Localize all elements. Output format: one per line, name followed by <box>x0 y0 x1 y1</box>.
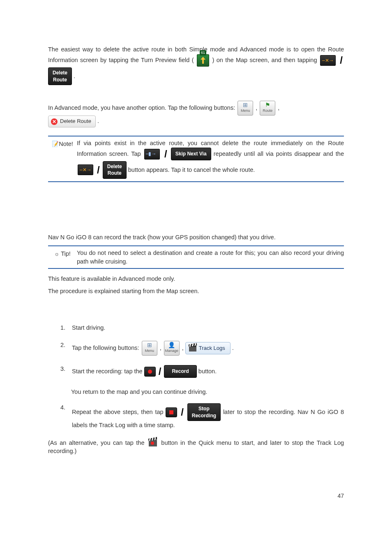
note-body: If via points exist in the active route,… <box>77 139 344 179</box>
x-circle-icon: ✕ <box>51 118 58 125</box>
text: button appears. Tap it to cancel the who… <box>128 166 255 173</box>
step-1: 1. Start driving. <box>60 324 344 332</box>
tip-label: ☼ Tip! <box>48 249 77 266</box>
text: button. <box>198 368 217 375</box>
availability-note: This feature is available in Advanced mo… <box>48 275 344 283</box>
slash-separator: / <box>181 405 184 419</box>
delete-route-paragraph-2: In Advanced mode, you have another optio… <box>48 101 344 127</box>
step-number: 4. <box>60 403 72 430</box>
delete-route-pill: ✕Delete Route <box>48 116 96 127</box>
delete-route-paragraph-1: The easiest way to delete the active rou… <box>48 45 344 85</box>
menu-label: Menu <box>142 349 157 353</box>
track-logs-pill: Track Logs <box>185 342 231 354</box>
step-text: Tap the following buttons: ⊞ Menu , 👤 Ma… <box>72 341 344 356</box>
text: . <box>74 73 75 79</box>
tip-label-text: Tip! <box>61 250 71 257</box>
tip-body: You do not need to select a destination … <box>77 249 344 266</box>
chip-line2: Route <box>108 170 122 176</box>
step-number: 3. <box>60 365 72 379</box>
slash-separator: / <box>340 53 343 67</box>
turn-preview-icon <box>197 54 209 67</box>
steps-list-cont: 4. Repeat the above steps, then tap / St… <box>60 403 344 430</box>
stop-recording-chip: Stop Recording <box>187 403 221 421</box>
slash-separator: / <box>97 163 100 177</box>
menu-button-icon: ⊞ Menu <box>142 341 157 356</box>
tip-icon: ☼ <box>54 251 59 257</box>
clapper-icon <box>189 345 196 352</box>
manage-button-icon: 👤 Manage <box>164 341 180 356</box>
tip-box: ☼ Tip! You do not need to select a desti… <box>48 245 344 269</box>
manage-person-icon: 👤 <box>164 341 179 349</box>
slash-separator: / <box>164 147 167 161</box>
delete-route-chip: Delete Route <box>103 161 127 179</box>
record-dot-icon <box>144 367 156 377</box>
record-chip: Record <box>164 365 196 378</box>
step-3: 3. Start the recording: tap the / Record… <box>60 365 344 379</box>
text: ) on the Map screen, and then tapping <box>212 57 319 63</box>
step-text: Repeat the above steps, then tap / Stop … <box>72 403 344 430</box>
delete-arrow-icon <box>78 164 93 175</box>
text: , <box>278 104 279 111</box>
text: (As an alternative, you can tap the <box>48 439 147 446</box>
chip-line1: Stop <box>198 406 210 412</box>
pill-label: Delete Route <box>60 118 91 124</box>
text: , <box>160 345 163 351</box>
route-button-icon: ⚑ Route <box>260 101 275 116</box>
text: . <box>97 118 99 124</box>
text: Start the recording: tap the <box>72 368 144 375</box>
text: In Advanced mode, you have another optio… <box>48 104 237 111</box>
menu-grid-icon: ⊞ <box>238 101 253 109</box>
delete-arrow-icon <box>320 55 336 66</box>
note-label: 📝Note! <box>48 139 77 179</box>
step-text: Start the recording: tap the / Record bu… <box>72 365 344 379</box>
delete-route-chip: Delete Route <box>48 67 72 86</box>
menu-button-icon: ⊞ Menu <box>238 101 253 116</box>
chip-line1: Delete <box>53 70 67 76</box>
record-intro: Nav N Go iGO 8 can record the track (how… <box>48 233 344 241</box>
text: Repeat the above steps, then tap <box>72 408 166 415</box>
step-3-return: You return to the map and you can contin… <box>71 388 344 396</box>
chip-line2: Recording <box>192 413 216 419</box>
menu-grid-icon: ⊞ <box>142 341 157 349</box>
steps-list: 1. Start driving. 2. Tap the following b… <box>60 324 344 379</box>
pill-label: Track Logs <box>199 345 225 351</box>
skip-via-icon <box>144 149 160 160</box>
alternative-note: (As an alternative, you can tap the butt… <box>48 439 344 456</box>
page-number: 47 <box>48 492 344 500</box>
route-flag-icon: ⚑ <box>260 101 275 109</box>
slash-separator: / <box>159 365 161 379</box>
clapper-record-icon <box>149 440 157 446</box>
text: , <box>182 345 185 351</box>
step-4: 4. Repeat the above steps, then tap / St… <box>60 403 344 430</box>
text: Tap the following buttons: <box>72 345 141 351</box>
procedure-note: The procedure is explained starting from… <box>48 287 344 295</box>
menu-label: Menu <box>238 109 253 113</box>
page-content: The easiest way to delete the active rou… <box>48 0 344 517</box>
stop-square-icon <box>166 407 177 417</box>
step-text: Start driving. <box>72 324 344 332</box>
chip-line1: Delete <box>107 164 122 169</box>
manage-label: Manage <box>164 349 179 353</box>
note-box: 📝Note! If via points exist in the active… <box>48 136 344 182</box>
note-label-text: Note! <box>59 141 73 147</box>
note-icon: 📝 <box>52 141 59 147</box>
text: . <box>232 345 234 351</box>
step-number: 1. <box>60 324 72 332</box>
text: , <box>256 104 259 111</box>
step-2: 2. Tap the following buttons: ⊞ Menu , 👤… <box>60 341 344 356</box>
chip-line2: Route <box>53 77 67 83</box>
route-label: Route <box>260 109 275 113</box>
skip-next-via-chip: Skip Next Via <box>171 148 211 160</box>
text: repeatedly until all via points disappea… <box>214 150 344 157</box>
step-number: 2. <box>60 341 72 356</box>
